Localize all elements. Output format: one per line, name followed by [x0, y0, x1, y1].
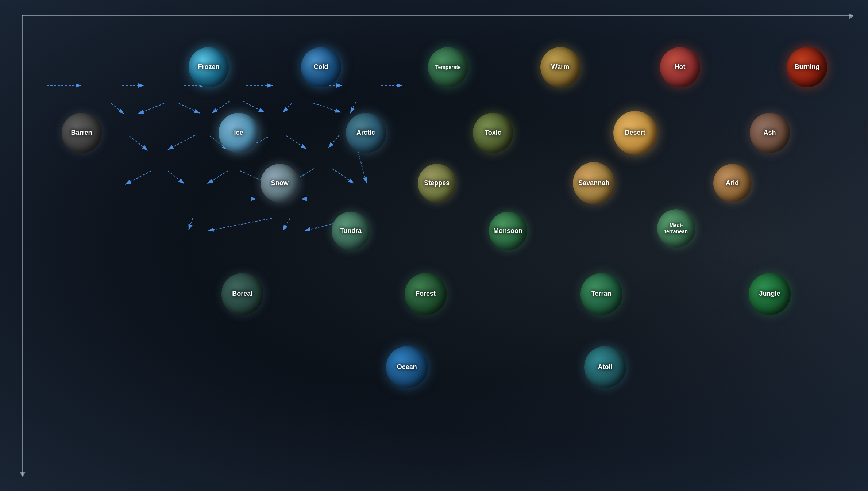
planet-circle-atoll: Atoll: [584, 346, 626, 388]
planet-ocean[interactable]: Ocean: [386, 346, 428, 388]
planet-label-arctic: Arctic: [356, 129, 375, 137]
planet-label-atoll: Atoll: [598, 363, 613, 371]
planet-frozen[interactable]: Frozen: [189, 47, 229, 87]
planet-label-tundra: Tundra: [340, 227, 362, 235]
planet-label-warm: Warm: [551, 63, 569, 71]
planet-mediterranean[interactable]: Medi-terranean: [657, 209, 695, 248]
planet-circle-burning: Burning: [787, 47, 827, 87]
planet-circle-temperate: Temperate: [428, 47, 468, 87]
planet-label-mediterranean: Medi-terranean: [664, 222, 688, 235]
planet-hot[interactable]: Hot: [660, 47, 700, 87]
planet-warm[interactable]: Warm: [540, 47, 580, 87]
planet-label-burning: Burning: [795, 63, 820, 71]
planet-circle-snow: Snow: [261, 164, 299, 202]
planet-circle-hot: Hot: [660, 47, 700, 87]
planet-circle-ice: Ice: [219, 113, 259, 153]
planet-ice[interactable]: Ice: [219, 113, 259, 153]
planet-label-hot: Hot: [675, 63, 686, 71]
planet-label-barren: Barren: [71, 129, 92, 137]
planet-terran[interactable]: Terran: [580, 273, 622, 315]
planet-ash[interactable]: Ash: [750, 113, 790, 153]
planet-label-ash: Ash: [763, 129, 776, 137]
planet-label-temperate: Temperate: [435, 64, 461, 70]
planet-label-frozen: Frozen: [198, 63, 219, 71]
planet-savannah[interactable]: Savannah: [573, 162, 615, 204]
planet-circle-arctic: Arctic: [346, 113, 386, 153]
planet-temperate[interactable]: Temperate: [428, 47, 468, 87]
planet-label-desert: Desert: [625, 129, 645, 137]
planet-jungle[interactable]: Jungle: [749, 273, 791, 315]
planet-label-arid: Arid: [726, 179, 739, 187]
planet-circle-cold: Cold: [301, 47, 341, 87]
planet-desert[interactable]: Desert: [613, 111, 657, 155]
planet-label-forest: Forest: [416, 290, 436, 298]
planet-barren[interactable]: Barren: [62, 113, 102, 153]
planet-cold[interactable]: Cold: [301, 47, 341, 87]
planet-snow[interactable]: Snow: [261, 164, 299, 202]
planet-label-monsoon: Monsoon: [493, 227, 522, 235]
planet-label-snow: Snow: [271, 179, 289, 187]
planet-label-terran: Terran: [591, 290, 612, 298]
planet-circle-arid: Arid: [713, 164, 752, 202]
planet-label-toxic: Toxic: [485, 129, 501, 137]
planet-arctic[interactable]: Arctic: [346, 113, 386, 153]
planet-label-boreal: Boreal: [232, 290, 252, 298]
planet-label-savannah: Savannah: [578, 179, 609, 187]
planet-circle-monsoon: Monsoon: [489, 212, 527, 250]
planet-circle-ash: Ash: [750, 113, 790, 153]
planet-circle-tundra: Tundra: [332, 212, 370, 250]
planet-circle-toxic: Toxic: [473, 113, 513, 153]
planet-circle-desert: Desert: [613, 111, 657, 155]
planet-label-ocean: Ocean: [397, 363, 417, 371]
planet-label-cold: Cold: [314, 63, 328, 71]
planet-label-ice: Ice: [234, 129, 243, 137]
planet-circle-warm: Warm: [540, 47, 580, 87]
planet-circle-savannah: Savannah: [573, 162, 615, 204]
planet-circle-mediterranean: Medi-terranean: [657, 209, 695, 248]
planet-monsoon[interactable]: Monsoon: [489, 212, 527, 250]
planet-circle-frozen: Frozen: [189, 47, 229, 87]
planet-label-steppes: Steppes: [424, 179, 450, 187]
planet-label-jungle: Jungle: [759, 290, 780, 298]
temperature-axis: [22, 15, 853, 16]
planet-circle-boreal: Boreal: [221, 273, 263, 315]
planet-atoll[interactable]: Atoll: [584, 346, 626, 388]
planet-steppes[interactable]: Steppes: [418, 164, 456, 202]
planet-burning[interactable]: Burning: [787, 47, 827, 87]
planet-circle-barren: Barren: [62, 113, 102, 153]
planet-circle-ocean: Ocean: [386, 346, 428, 388]
planet-tundra[interactable]: Tundra: [332, 212, 370, 250]
planet-boreal[interactable]: Boreal: [221, 273, 263, 315]
planet-circle-terran: Terran: [580, 273, 622, 315]
biodiversity-axis: [22, 15, 23, 476]
planet-forest[interactable]: Forest: [405, 273, 447, 315]
planet-toxic[interactable]: Toxic: [473, 113, 513, 153]
planet-arid[interactable]: Arid: [713, 164, 752, 202]
planet-circle-forest: Forest: [405, 273, 447, 315]
planet-circle-steppes: Steppes: [418, 164, 456, 202]
planet-circle-jungle: Jungle: [749, 273, 791, 315]
